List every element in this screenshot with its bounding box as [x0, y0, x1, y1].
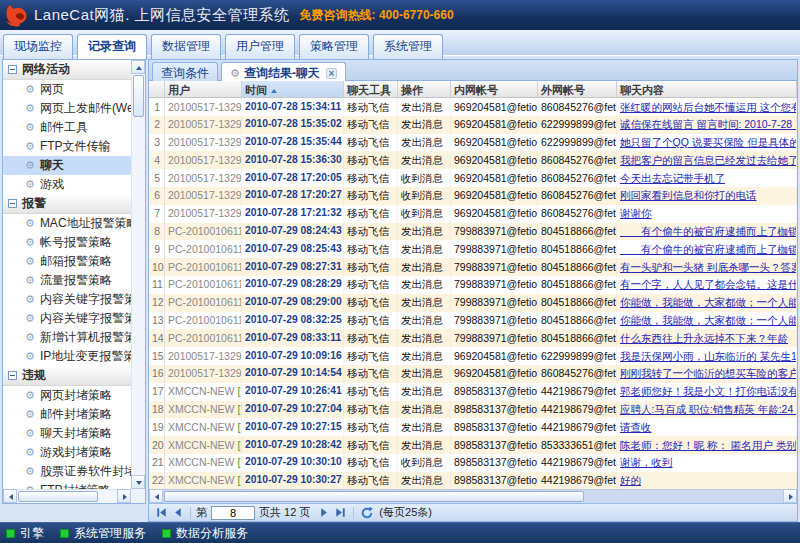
- section-header-1[interactable]: 报警: [3, 194, 131, 214]
- scrollbar-thumb[interactable]: [133, 75, 144, 117]
- table-row[interactable]: 9PC-20100106111 2010-07-29 08:25:43移动飞信发…: [149, 240, 797, 258]
- sidebar-item-1-7[interactable]: ⚙IP地址变更报警策略: [3, 347, 131, 366]
- chat-content-link[interactable]: 有一个字，人人见了都会念错。这是什么字？!: [620, 278, 797, 290]
- sidebar-item-1-2[interactable]: ⚙邮箱报警策略: [3, 252, 131, 271]
- chat-content-link[interactable]: 什么东西往上升永远掉不下来？年龄: [620, 332, 788, 344]
- chat-content-link[interactable]: 应聘人:马百成 职位:销售精英 年龄:24 性别(男: [620, 403, 797, 415]
- table-row[interactable]: 720100517-1329 [12010-07-28 17:21:32移动飞信…: [149, 205, 797, 223]
- chat-content-link[interactable]: 今天出去忘记带手机了: [620, 172, 725, 184]
- sidebar-item-1-6[interactable]: ⚙新增计算机报警策略: [3, 328, 131, 347]
- collapse-icon[interactable]: [8, 199, 17, 208]
- last-page-button[interactable]: [332, 506, 348, 520]
- section-header-0[interactable]: 网络活动: [3, 60, 131, 80]
- sidebar-item-0-2[interactable]: ⚙邮件工具: [3, 118, 131, 137]
- table-row[interactable]: 10PC-20100106111 2010-07-29 08:27:31移动飞信…: [149, 258, 797, 276]
- table-row[interactable]: 13PC-20100106111 2010-07-29 08:32:25移动飞信…: [149, 312, 797, 330]
- table-row[interactable]: 620100517-1329 [12010-07-28 17:20:27移动飞信…: [149, 187, 797, 205]
- refresh-button[interactable]: [359, 506, 375, 520]
- collapse-icon[interactable]: [8, 65, 17, 74]
- first-page-button[interactable]: [153, 506, 169, 520]
- chat-content-link[interactable]: 刚刚我转了一个临沂的想买车险的客户给张红: [620, 367, 797, 379]
- sidebar-item-2-2[interactable]: ⚙聊天封堵策略: [3, 424, 131, 443]
- sidebar-item-2-5[interactable]: ⚙FTP封堵策略: [3, 481, 131, 489]
- sidebar-item-0-5[interactable]: ⚙游戏: [3, 175, 131, 194]
- table-row[interactable]: 1520100517-1329 [12010-07-29 10:09:16移动飞…: [149, 347, 797, 365]
- nav-tab-1[interactable]: 记录查询: [77, 34, 147, 60]
- chat-content-link[interactable]: 你能做，我能做，大家都做；一个人能做，两: [620, 296, 797, 308]
- sidebar-horizontal-scrollbar[interactable]: [3, 489, 131, 503]
- sidebar-item-2-0[interactable]: ⚙网页封堵策略: [3, 386, 131, 405]
- chat-content-link[interactable]: 她只留了个QQ 说要买保险 但是具体的您回去!: [620, 136, 797, 148]
- chat-content-link[interactable]: 刚回家看到信息和你打的电话: [620, 189, 757, 201]
- scroll-left-button[interactable]: [3, 489, 17, 503]
- table-row[interactable]: 19XMCCN-NEW [19:2010-07-29 10:27:15移动飞信发…: [149, 418, 797, 436]
- sidebar-item-1-1[interactable]: ⚙帐号报警策略: [3, 233, 131, 252]
- column-header-0[interactable]: 用户: [165, 81, 242, 97]
- chat-content-link[interactable]: 张红暖的网站后台她不懂运用 这个您有空记得: [620, 101, 797, 113]
- chat-content-link[interactable]: 有个偷牛的被官府逮捕而上了枷锁。熟人!: [620, 225, 797, 237]
- column-header-2[interactable]: 聊天工具: [344, 81, 398, 97]
- table-row[interactable]: 420100517-1329 [12010-07-28 15:36:30移动飞信…: [149, 151, 797, 169]
- column-header-3[interactable]: 操作: [398, 81, 451, 97]
- chat-content-link[interactable]: 谢谢，收到: [620, 456, 673, 468]
- table-row[interactable]: 8PC-20100106111 2010-07-29 08:24:43移动飞信发…: [149, 223, 797, 241]
- nav-tab-0[interactable]: 现场监控: [3, 34, 73, 60]
- next-page-button[interactable]: [316, 506, 332, 520]
- chat-content-link[interactable]: 有一头驴和一头猪 到底杀哪一头？答案：杀猪: [620, 261, 797, 273]
- sidebar-item-0-3[interactable]: ⚙FTP文件传输: [3, 137, 131, 156]
- table-row[interactable]: 21XMCCN-NEW [19:2010-07-29 10:30:10移动飞信收…: [149, 454, 797, 472]
- table-row[interactable]: 12PC-20100106111 2010-07-29 08:29:00移动飞信…: [149, 294, 797, 312]
- scroll-right-button[interactable]: [117, 489, 131, 503]
- nav-tab-3[interactable]: 用户管理: [225, 34, 295, 60]
- table-row[interactable]: 18XMCCN-NEW [19:2010-07-29 10:27:04移动飞信发…: [149, 401, 797, 419]
- scrollbar-thumb[interactable]: [18, 491, 98, 502]
- nav-tab-4[interactable]: 策略管理: [299, 34, 369, 60]
- close-icon[interactable]: ×: [326, 68, 337, 79]
- sidebar-item-2-4[interactable]: ⚙股票证券软件封堵策略: [3, 462, 131, 481]
- sidebar-item-0-4[interactable]: ⚙聊天: [3, 156, 131, 175]
- scroll-down-button[interactable]: [131, 475, 145, 489]
- column-header-6[interactable]: 聊天内容: [617, 81, 797, 97]
- chat-content-link[interactable]: 你能做，我能做，大家都做；一个人能做，两: [620, 314, 797, 326]
- table-row[interactable]: 520100517-1329 [12010-07-28 17:20:05移动飞信…: [149, 169, 797, 187]
- sidebar-item-1-5[interactable]: ⚙内容关键字报警策略.邮: [3, 309, 131, 328]
- table-row[interactable]: 11PC-20100106111 2010-07-29 08:28:29移动飞信…: [149, 276, 797, 294]
- chat-content-link[interactable]: 我把客户的留言信息已经发过去给她了: [620, 154, 797, 166]
- scroll-left-button[interactable]: [149, 489, 163, 503]
- page-number-input[interactable]: [211, 506, 255, 520]
- section-header-2[interactable]: 违规: [3, 366, 131, 386]
- chat-content-link[interactable]: 陈老师：您好！昵 称： 匿名用户 类别： 未知: [620, 439, 797, 451]
- sidebar-item-1-3[interactable]: ⚙流量报警策略: [3, 271, 131, 290]
- chat-content-link[interactable]: 谢谢你: [620, 207, 652, 219]
- table-row[interactable]: 220100517-1329 [12010-07-28 15:35:02移动飞信…: [149, 116, 797, 134]
- scroll-up-button[interactable]: [131, 60, 145, 74]
- chat-content-link[interactable]: 我是沃保网小雨，山东临沂的 某先生1386497: [620, 350, 797, 362]
- table-row[interactable]: 1620100517-1329 [12010-07-29 10:14:54移动飞…: [149, 365, 797, 383]
- chat-content-link[interactable]: 好的: [620, 474, 641, 486]
- sidebar-item-1-4[interactable]: ⚙内容关键字报警策略.网: [3, 290, 131, 309]
- table-row[interactable]: 14PC-20100106111 2010-07-29 08:33:11移动飞信…: [149, 329, 797, 347]
- sidebar-item-2-3[interactable]: ⚙游戏封堵策略: [3, 443, 131, 462]
- table-row[interactable]: 20XMCCN-NEW [19:2010-07-29 10:28:42移动飞信发…: [149, 436, 797, 454]
- sidebar-item-0-1[interactable]: ⚙网页上发邮件(Web Mai: [3, 99, 131, 118]
- scroll-right-button[interactable]: [783, 489, 797, 503]
- scrollbar-thumb[interactable]: [164, 491, 584, 502]
- column-header-1[interactable]: 时间: [242, 81, 344, 97]
- sidebar-vertical-scrollbar[interactable]: [131, 60, 145, 489]
- sidebar-item-2-1[interactable]: ⚙邮件封堵策略: [3, 405, 131, 424]
- column-header-5[interactable]: 外网帐号: [538, 81, 617, 97]
- chat-content-link[interactable]: 诚信保在线留言 留言时间: 2010-7-28 10:50:0: [620, 118, 797, 130]
- nav-tab-2[interactable]: 数据管理: [151, 34, 221, 60]
- sidebar-item-0-0[interactable]: ⚙网页: [3, 80, 131, 99]
- sidebar-item-1-0[interactable]: ⚙MAC地址报警策略: [3, 214, 131, 233]
- chat-content-link[interactable]: 请查收: [620, 421, 652, 433]
- table-row[interactable]: 17XMCCN-NEW [19:2010-07-29 10:26:41移动飞信发…: [149, 383, 797, 401]
- chat-content-link[interactable]: 有个偷牛的被官府逮捕而上了枷锁。熟人!: [620, 243, 797, 255]
- nav-tab-5[interactable]: 系统管理: [373, 34, 443, 60]
- table-row[interactable]: 22XMCCN-NEW [19:2010-07-29 10:30:27移动飞信发…: [149, 472, 797, 489]
- collapse-icon[interactable]: [8, 371, 17, 380]
- table-row[interactable]: 120100517-1329 [12010-07-28 15:34:11移动飞信…: [149, 98, 797, 116]
- grid-horizontal-scrollbar[interactable]: [149, 489, 797, 503]
- column-header-4[interactable]: 内网帐号: [451, 81, 538, 97]
- chat-content-link[interactable]: 郭老师您好！我是小文！打你电话没有接，有: [620, 385, 797, 397]
